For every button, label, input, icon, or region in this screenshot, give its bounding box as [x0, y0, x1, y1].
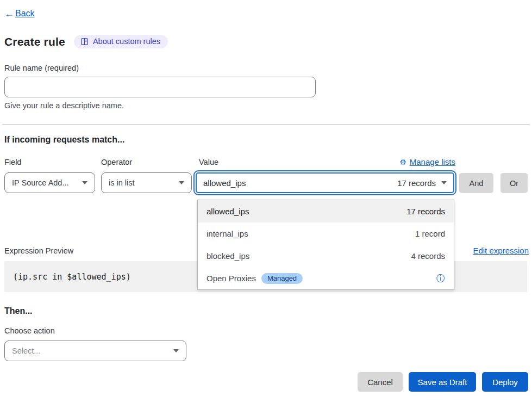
- managed-badge: Managed: [261, 273, 303, 284]
- edit-expression-label: Edit expression: [473, 246, 529, 255]
- operator-select-value: is in list: [109, 178, 135, 187]
- choose-action-label: Choose action: [4, 326, 55, 335]
- info-icon[interactable]: ⓘ: [436, 274, 445, 283]
- chevron-down-icon: [82, 181, 87, 184]
- value-label: Value: [199, 158, 218, 166]
- field-select[interactable]: IP Source Add...: [4, 172, 95, 193]
- page-title: Create rule: [4, 35, 65, 48]
- list-option-meta: 17 records: [406, 207, 445, 216]
- rule-name-helper: Give your rule a descriptive name.: [4, 101, 124, 110]
- value-selected-list: allowed_ips: [203, 178, 392, 188]
- expression-preview-label: Expression Preview: [4, 246, 73, 255]
- list-option-meta: 4 records: [411, 251, 445, 261]
- value-selected-records: 17 records: [397, 178, 436, 188]
- operator-label: Operator: [101, 158, 132, 166]
- operator-select[interactable]: is in list: [101, 172, 192, 193]
- value-combobox[interactable]: allowed_ips 17 records: [193, 170, 456, 195]
- field-label: Field: [4, 158, 21, 166]
- back-arrow-icon: ←: [4, 9, 14, 18]
- then-heading: Then...: [4, 306, 33, 316]
- title-row: Create rule About custom rules: [4, 35, 168, 48]
- list-option-open-proxies[interactable]: Open Proxies Managed ⓘ: [198, 267, 454, 289]
- about-custom-rules-link[interactable]: About custom rules: [74, 35, 168, 48]
- cancel-button[interactable]: Cancel: [358, 372, 403, 392]
- or-button[interactable]: Or: [500, 173, 528, 193]
- action-select-placeholder: Select...: [12, 347, 40, 355]
- list-option-name: blocked_ips: [206, 251, 249, 261]
- list-option-meta: 1 record: [415, 229, 445, 238]
- action-select[interactable]: Select...: [4, 341, 186, 361]
- gear-icon: ⚙: [399, 158, 406, 166]
- footer-actions: Cancel Save as Draft Deploy: [358, 372, 528, 392]
- and-button[interactable]: And: [459, 173, 493, 193]
- list-option-name: Open Proxies: [206, 274, 256, 283]
- match-heading: If incoming requests match...: [4, 135, 124, 145]
- back-link-label: Back: [15, 9, 35, 18]
- value-combobox-inner: allowed_ips 17 records: [196, 172, 454, 193]
- list-option-name: internal_ips: [206, 229, 248, 238]
- chevron-down-icon: [441, 181, 447, 184]
- section-divider: [2, 124, 530, 125]
- create-rule-page: ← Back Create rule About custom rules Ru…: [0, 0, 532, 402]
- edit-expression-link[interactable]: Edit expression: [473, 246, 529, 255]
- back-link[interactable]: ← Back: [4, 9, 35, 18]
- rule-name-label: Rule name (required): [4, 64, 79, 72]
- save-as-draft-button[interactable]: Save as Draft: [409, 372, 476, 392]
- field-select-value: IP Source Add...: [12, 178, 69, 187]
- list-option-internal-ips[interactable]: internal_ips 1 record: [198, 222, 454, 245]
- list-dropdown: allowed_ips 17 records internal_ips 1 re…: [197, 200, 454, 290]
- rule-name-input[interactable]: [4, 77, 316, 97]
- book-icon: [80, 38, 89, 46]
- manage-lists-link[interactable]: ⚙ Manage lists: [399, 157, 455, 166]
- chevron-down-icon: [179, 181, 184, 184]
- expression-code: (ip.src in $allowed_ips): [13, 272, 131, 282]
- list-option-allowed-ips[interactable]: allowed_ips 17 records: [198, 200, 454, 222]
- list-option-name: allowed_ips: [206, 207, 249, 216]
- list-option-blocked-ips[interactable]: blocked_ips 4 records: [198, 245, 454, 267]
- chevron-down-icon: [173, 349, 179, 352]
- about-badge-label: About custom rules: [93, 37, 160, 46]
- deploy-button[interactable]: Deploy: [482, 372, 528, 392]
- manage-lists-label: Manage lists: [410, 157, 455, 166]
